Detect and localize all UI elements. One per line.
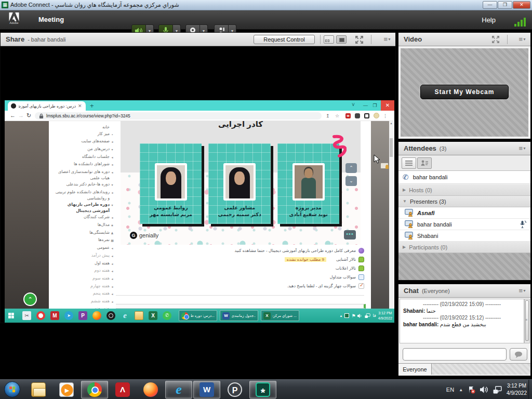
shared-taskbar-app-icon[interactable] (92, 311, 101, 320)
shared-taskbar-app-icon[interactable]: ✂ (22, 311, 31, 320)
network-icon[interactable] (493, 386, 502, 394)
taskbar-app-button[interactable]: P (221, 381, 248, 398)
sidebar-item[interactable]: ◂ هفته چهارم (51, 283, 115, 290)
scroll-thumb[interactable] (390, 138, 393, 157)
page-scrollbar[interactable]: ▲ (389, 121, 393, 309)
chat-pod-menu-icon[interactable]: ≡▼ (518, 287, 526, 295)
close-button[interactable]: ✕ (513, 1, 530, 9)
sidebar-item[interactable]: خانه (51, 124, 115, 130)
reload-icon[interactable]: ↻ (26, 112, 31, 119)
shared-taskbar-app-icon[interactable]: ✆ (163, 311, 171, 320)
shared-task-button[interactable]: X ... شوراي مركزي (261, 310, 299, 321)
taskbar-app-button[interactable] (25, 381, 52, 398)
clock[interactable]: 3:12 PM 4/9/2022 (507, 382, 527, 397)
action-center-flag-icon[interactable] (468, 386, 475, 394)
sidebar-item[interactable]: ◂ پیش درآمد (51, 252, 115, 260)
taskbar-app-button[interactable] (53, 381, 80, 398)
activity-item[interactable]: سوالات متداول (119, 274, 364, 280)
restore-button[interactable]: ❐ (498, 1, 512, 9)
sidebar-item[interactable]: ▦ نمره‌ها (51, 237, 115, 244)
taskbar-app-button[interactable]: Λ (109, 381, 136, 398)
browser-restore-button[interactable]: ❐ (370, 100, 379, 111)
taskbar-app-button[interactable] (81, 381, 108, 398)
help-menu[interactable]: Help (482, 16, 496, 24)
video-pod-menu-icon[interactable]: ≡▼ (518, 35, 526, 43)
shared-taskbar-app-icon[interactable] (135, 311, 143, 320)
share-pod-menu-icon[interactable]: ≡▼ (383, 35, 391, 43)
forward-icon[interactable]: → (18, 112, 24, 118)
shared-task-button[interactable]: W ..جدول زمانبندی (220, 310, 258, 321)
request-control-button[interactable]: Request Control (254, 35, 315, 44)
shared-tray-volume-icon[interactable] (357, 313, 363, 318)
chat-scrollbar[interactable]: ≡ (524, 299, 530, 343)
sidebar-item[interactable]: ◂ عمومی (51, 245, 115, 252)
shared-start-button[interactable] (8, 313, 14, 318)
back-to-top-button[interactable]: ⌃ (23, 292, 37, 306)
taskbar-app-button[interactable] (137, 381, 164, 398)
sidebar-item[interactable]: ◂ هفته پنجم (51, 290, 115, 298)
shared-tray-expand-icon[interactable]: ▲ (339, 314, 342, 317)
sidebar-item[interactable]: ◂ شوراهای دانشکده ها (51, 161, 115, 168)
browser-tab[interactable]: درس: دوره طراحی بازیهای آموزشی ✕ (8, 101, 86, 111)
shared-taskbar-app-icon[interactable]: M (50, 311, 59, 320)
attendees-pod-menu-icon[interactable]: ≡▼ (518, 144, 526, 152)
slide-prev-button[interactable]: ⌃ (345, 163, 357, 173)
browser-minimize-button[interactable]: — (361, 100, 370, 111)
shared-tray-flag-icon[interactable]: ⚑ (351, 313, 355, 318)
sidebar-item[interactable]: ◂ صفحه‌های سایت (51, 138, 115, 145)
sidebar-item[interactable]: ◂ هفته ششم (51, 298, 115, 305)
chat-send-button[interactable] (510, 348, 527, 361)
shared-task-button[interactable]: ...درس: دوره طرا (179, 310, 217, 321)
fullscreen-icon[interactable] (355, 36, 363, 44)
taskbar-app-button[interactable]: W (193, 381, 220, 398)
kebab-menu-icon[interactable]: ⋮ (383, 113, 388, 118)
tab-search-icon[interactable]: ˅ (352, 102, 355, 108)
new-tab-button[interactable]: + (90, 102, 94, 110)
video-fullscreen-icon[interactable] (492, 36, 499, 43)
slide-next-button[interactable]: ⌄ (345, 176, 357, 186)
sidebar-item[interactable]: ◂ هفته اول (51, 260, 115, 268)
profile-avatar[interactable] (374, 113, 379, 118)
back-icon[interactable]: ← (10, 112, 16, 118)
sidebar-item[interactable]: ◂ هفته دوم (51, 268, 115, 275)
shared-language-indicator[interactable]: فا (373, 313, 376, 318)
bookmark-star-icon[interactable]: ☆ (335, 113, 339, 118)
embed-more-button[interactable]: ••• (344, 230, 356, 240)
language-indicator[interactable]: EN (446, 387, 454, 393)
taskbar-app-button[interactable]: * (249, 381, 276, 398)
sidebar-item[interactable]: ◂ هفته سوم (51, 275, 115, 283)
chat-input[interactable] (403, 348, 507, 361)
sidebar-item[interactable]: ♟ شایستگی‌ها (51, 230, 115, 237)
presenter-row[interactable]: bahar bandali (398, 219, 530, 230)
shared-taskbar-app-icon[interactable]: e (121, 311, 129, 320)
sidebar-item[interactable]: ★ مدال‌ها (51, 222, 115, 229)
scroll-up-icon[interactable]: ▲ (389, 122, 393, 125)
shared-taskbar-app-icon[interactable] (107, 311, 115, 320)
sidebar-item[interactable]: ▾ دوره طراحی بازیهای آموزشی دیجیتال (51, 202, 115, 214)
activity-item[interactable]: تالار آشنایی 9 مطلب خوانده نشده (119, 257, 364, 262)
share-page-icon[interactable]: ↥ (326, 113, 330, 118)
volume-icon[interactable] (480, 386, 488, 393)
card-view-toggle[interactable] (417, 157, 432, 169)
shared-tray-network-icon[interactable] (365, 313, 370, 318)
start-button[interactable] (4, 381, 20, 397)
shared-taskbar-app-icon[interactable] (36, 311, 45, 320)
sidebar-item[interactable]: ◂ دوره های توانمندسازی اعضای هیات علمی (51, 169, 115, 181)
sidebar-item[interactable]: ▾ دوره ها-خانم دکتر بندعلی (51, 181, 115, 189)
browser-close-button[interactable]: ✕ (381, 100, 394, 111)
share-view-toggle2-icon[interactable] (336, 35, 347, 44)
shared-taskbar-app-icon[interactable]: ➤ (64, 311, 73, 320)
activity-item[interactable]: تالار اعلانات (119, 265, 364, 271)
start-webcam-button[interactable]: Start My Webcam (420, 85, 509, 99)
split-view-icon[interactable] (364, 113, 369, 118)
list-view-toggle[interactable] (402, 157, 416, 169)
share-view-toggle-icon[interactable] (324, 35, 334, 44)
shared-taskbar-app-icon[interactable]: P (78, 311, 87, 320)
minimize-button[interactable]: — (483, 1, 497, 9)
activity-item[interactable]: سوالات چهار گزینه ای - لطفا پاسخ دهید. (119, 283, 364, 289)
tray-expand-icon[interactable]: ▲ (459, 388, 463, 392)
tab-close-icon[interactable]: ✕ (78, 103, 82, 109)
active-speaker-row[interactable]: ✆ bahar bandali (398, 171, 530, 184)
sidebar-item[interactable]: ▾ درس‌های من (51, 146, 115, 153)
activity-item[interactable]: معرفی کامل دوره طراحی بازیهای آموزشی دیج… (119, 248, 364, 254)
